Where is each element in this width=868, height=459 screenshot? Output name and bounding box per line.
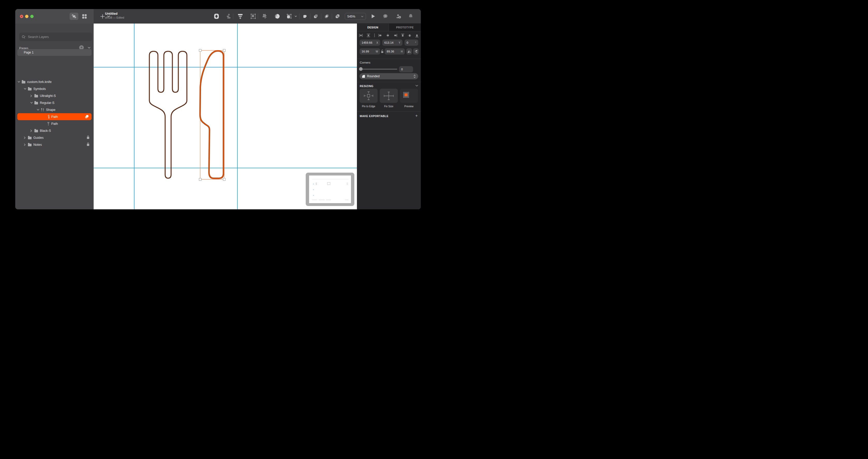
rotate-icon[interactable] (274, 13, 280, 20)
align-center-horizontal-icon[interactable] (386, 34, 390, 37)
height-field[interactable]: 89.36 H (384, 48, 405, 55)
flip-horizontal-button[interactable] (406, 48, 412, 55)
layer-row-symbols[interactable]: Symbols (15, 85, 94, 92)
close-button[interactable] (20, 15, 23, 18)
layer-row-notes[interactable]: Notes (15, 141, 94, 148)
page-list-item[interactable]: Page 1 (17, 49, 92, 56)
corners-slider-thumb[interactable] (359, 67, 363, 71)
subtract-icon[interactable] (313, 13, 319, 20)
layer-row-guides[interactable]: Guides (15, 134, 94, 141)
layer-label: Notes (33, 143, 42, 146)
align-bottom-icon[interactable] (415, 34, 419, 37)
preview-navigator[interactable]: A A A (306, 173, 354, 206)
chevron-down-icon[interactable] (37, 109, 39, 110)
zoom-window-button[interactable] (30, 15, 34, 18)
align-right-icon[interactable] (393, 34, 397, 37)
document-subtitle: sRGB — Edited (105, 16, 124, 19)
size-lock-icon[interactable] (381, 50, 383, 53)
add-collaborator-button[interactable] (396, 13, 402, 20)
align-middle-vertical-icon[interactable] (408, 34, 411, 37)
layer-list-view-button[interactable] (69, 13, 79, 20)
insert-button[interactable] (99, 13, 105, 20)
chevron-down-icon[interactable] (18, 81, 20, 83)
layer-label: Symbols (33, 87, 46, 91)
chevron-down-icon[interactable] (30, 102, 33, 104)
layer-row-shape[interactable]: Shape (15, 106, 94, 113)
fork-shape[interactable] (150, 52, 187, 178)
align-top-icon[interactable] (401, 34, 404, 37)
selection-handle-top-left (199, 50, 202, 52)
tab-prototype[interactable]: PROTOTYPE (389, 24, 421, 31)
resizing-section-label: RESIZING (360, 85, 373, 88)
minimize-button[interactable] (25, 15, 28, 18)
chevron-down-icon[interactable] (24, 88, 26, 90)
chevron-right-icon[interactable] (24, 136, 26, 139)
notifications-icon[interactable] (408, 13, 414, 20)
grid-view-button[interactable] (81, 13, 88, 20)
corners-slider-track[interactable] (360, 69, 397, 69)
resizing-pin-to-edge-tile[interactable] (360, 89, 378, 103)
edit-points-icon[interactable] (261, 13, 268, 20)
layer-row-path-fork[interactable]: Path (15, 120, 94, 127)
make-exportable-label: MAKE EXPORTABLE (360, 114, 389, 118)
y-position-field[interactable]: 613.14 Y (382, 39, 402, 46)
chevron-right-icon[interactable] (30, 129, 33, 132)
add-export-button[interactable]: + (415, 113, 418, 118)
corner-style-dropdown[interactable]: Rounded (360, 73, 418, 79)
folder-icon (28, 87, 32, 91)
resizing-preview-tile[interactable] (400, 89, 418, 103)
chevron-right-icon[interactable] (30, 95, 33, 97)
distribute-vertical-icon[interactable] (367, 34, 370, 37)
layer-row-black-s[interactable]: Black-S (15, 127, 94, 134)
preview-label: Preview (400, 105, 418, 108)
add-comment-button[interactable] (382, 13, 389, 20)
width-field[interactable]: 16.99 W (360, 48, 380, 55)
search-icon (22, 35, 26, 38)
fix-size-icon (383, 91, 395, 101)
align-distribute-down-icon[interactable] (237, 13, 243, 20)
zoom-level-dropdown[interactable]: 545% (345, 13, 366, 20)
distribute-up-icon[interactable] (226, 13, 232, 20)
rotation-field[interactable]: 0 ° (404, 39, 418, 46)
flip-vertical-button[interactable] (413, 48, 419, 55)
alignment-toolbar (359, 33, 419, 38)
lock-icon[interactable] (87, 142, 90, 146)
search-layers-input[interactable]: Search Layers (19, 33, 92, 41)
knife-shape[interactable] (200, 51, 224, 178)
corners-value-field[interactable]: 0 (399, 66, 413, 72)
folder-icon (34, 101, 38, 104)
insert-symbol-icon[interactable] (213, 13, 220, 20)
resize-chevron-icon[interactable] (292, 13, 299, 20)
folder-icon (34, 94, 38, 97)
resizing-fix-size-tile[interactable] (380, 89, 398, 103)
union-icon[interactable] (302, 13, 308, 20)
layer-row-regular-s[interactable]: Regular-S (15, 99, 94, 106)
fix-size-label: Fix Size (380, 105, 398, 108)
layer-row-ultralight-s[interactable]: Ultralight-S (15, 92, 94, 99)
scale-icon[interactable] (250, 13, 256, 20)
layer-label: Black-S (40, 129, 51, 133)
union-badge-icon (85, 114, 89, 119)
lock-icon[interactable] (87, 135, 90, 139)
intersect-icon[interactable] (323, 13, 330, 20)
folder-icon (34, 129, 38, 132)
pages-chevron-icon[interactable] (88, 47, 91, 48)
tab-design[interactable]: DESIGN (357, 24, 389, 31)
selection-box[interactable] (199, 50, 225, 181)
layer-row-path-knife[interactable]: Path (17, 113, 92, 120)
layer-label: Path (51, 122, 58, 126)
layer-label: Guides (33, 136, 44, 139)
tidy-icon[interactable] (374, 34, 375, 37)
layer-row-custom-fork-knife[interactable]: custom.fork.knife (15, 78, 94, 85)
resize-icon[interactable] (286, 13, 292, 20)
sidebar-header (15, 9, 94, 24)
difference-icon[interactable] (334, 13, 341, 20)
distribute-horizontal-icon[interactable] (359, 34, 363, 37)
play-button[interactable] (370, 13, 376, 20)
canvas[interactable]: A A A (94, 24, 357, 209)
resizing-collapse-chevron-icon[interactable] (415, 85, 418, 87)
chevron-right-icon[interactable] (24, 143, 26, 146)
x-position-field[interactable]: 1459.66 X (360, 39, 380, 46)
align-left-icon[interactable] (378, 34, 382, 37)
stepper-chevrons-icon (413, 75, 416, 78)
